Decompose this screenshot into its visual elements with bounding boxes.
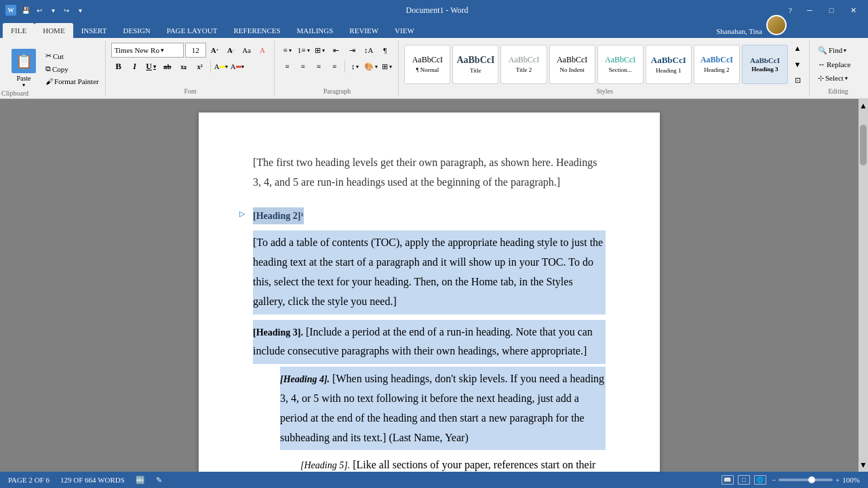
shading-button[interactable]: 🎨▾ (363, 59, 378, 74)
scroll-up-button[interactable]: ▲ (860, 100, 867, 111)
increase-font-button[interactable]: A+ (208, 43, 222, 58)
decrease-font-button[interactable]: A- (223, 43, 237, 58)
read-mode-button[interactable]: 📖 (722, 475, 734, 485)
language-indicator[interactable]: 🔤 (136, 476, 145, 485)
align-right-button[interactable]: ≡ (311, 59, 326, 74)
font-name-dropdown[interactable]: ▾ (161, 47, 164, 54)
print-layout-button[interactable]: □ (738, 475, 750, 485)
document-page-area[interactable]: [The first two heading levels get their … (0, 99, 859, 472)
undo-button[interactable]: ↩ (34, 5, 45, 16)
select-button[interactable]: ⊹ Select ▾ (815, 73, 861, 84)
font-name-input[interactable]: Times New Ro ▾ (111, 43, 184, 58)
replace-button[interactable]: ↔ Replace (815, 59, 861, 70)
separator2 (344, 60, 345, 73)
heading3-label[interactable]: [Heading 3]. (253, 327, 303, 338)
line-spacing-button[interactable]: ↕▾ (348, 59, 362, 74)
superscript-button[interactable]: x² (193, 59, 208, 74)
style-normal[interactable]: AaBbCcI ¶ Normal (404, 45, 450, 84)
tab-design[interactable]: DESIGN (115, 23, 158, 38)
heading2-text[interactable]: [Heading 2]¹ (253, 207, 304, 224)
zoom-level: 100% (842, 476, 860, 484)
cut-button[interactable]: ✂ Cut (43, 51, 101, 61)
font-size-input[interactable]: 12 (185, 43, 206, 58)
style-section[interactable]: AaBbCcI Section... (597, 45, 644, 84)
tab-home[interactable]: HOME (35, 23, 73, 38)
borders-button[interactable]: ⊞▾ (380, 59, 394, 74)
sort-button[interactable]: ↕A (361, 43, 376, 58)
zoom-control[interactable]: − + 100% (772, 476, 860, 484)
copy-button[interactable]: ⧉ Copy (43, 64, 101, 74)
vertical-scrollbar[interactable]: ▲ ▼ (859, 99, 868, 472)
multilevel-button[interactable]: ⊞▾ (313, 43, 328, 58)
editing-group-label: Editing (815, 86, 861, 95)
redo-button[interactable]: ↪ (61, 5, 72, 16)
underline-button[interactable]: U▾ (144, 59, 159, 74)
style-title-preview: AaBbCcI (456, 55, 494, 66)
font-color-dropdown[interactable]: ▾ (241, 64, 244, 70)
strikethrough-button[interactable]: ab (160, 59, 175, 74)
tab-page-layout[interactable]: PAGE LAYOUT (159, 23, 226, 38)
bullets-button[interactable]: ≡▾ (280, 43, 295, 58)
bold-button[interactable]: B (111, 59, 126, 74)
zoom-slider[interactable] (778, 479, 833, 481)
collapse-arrow[interactable]: ▷ (239, 207, 245, 221)
styles-scroll-up[interactable]: ▲ (790, 42, 805, 56)
avatar[interactable] (766, 15, 787, 35)
numbering-button[interactable]: 1≡▾ (296, 43, 311, 58)
heading5-label[interactable]: [Heading 5]. (300, 460, 350, 470)
tab-insert[interactable]: INSERT (73, 23, 115, 38)
clear-formatting-button[interactable]: A (255, 43, 269, 58)
highlight-color-bar (220, 66, 225, 68)
find-dropdown[interactable]: ▾ (844, 47, 846, 54)
style-title[interactable]: AaBbCcI Title (452, 45, 498, 84)
zoom-thumb[interactable] (808, 476, 815, 483)
style-title2[interactable]: AaBbCcI Title 2 (500, 45, 547, 84)
style-heading1[interactable]: AaBbCcI Heading 1 (646, 45, 692, 84)
style-section-label: Section... (609, 66, 632, 73)
tab-references[interactable]: REFERENCES (225, 23, 288, 38)
align-center-button[interactable]: ≡ (296, 59, 310, 74)
styles-expand[interactable]: ⊡ (790, 73, 805, 87)
paste-dropdown[interactable]: ▾ (22, 82, 25, 88)
zoom-out-button[interactable]: − (772, 476, 776, 484)
heading4-container: [Heading 4]. [When using headings, don't… (280, 367, 606, 450)
paste-button[interactable]: 📋 Paste ▾ (7, 46, 41, 91)
tab-review[interactable]: REVIEW (341, 23, 387, 38)
undo-dropdown[interactable]: ▾ (47, 5, 58, 16)
align-left-button[interactable]: ≡ (280, 59, 294, 74)
styles-scroll-down[interactable]: ▼ (790, 57, 805, 72)
heading3-container: [Heading 3]. [Include a period at the en… (253, 320, 606, 365)
track-changes-indicator[interactable]: ✎ (156, 476, 162, 485)
help-button[interactable]: ? (789, 6, 792, 14)
highlight-dropdown[interactable]: ▾ (225, 64, 228, 70)
show-formatting-button[interactable]: ¶ (378, 43, 393, 58)
scroll-thumb[interactable] (860, 125, 867, 165)
tab-mailings[interactable]: MAILINGS (289, 23, 342, 38)
document-page[interactable]: [The first two heading levels get their … (199, 113, 660, 472)
subscript-button[interactable]: x₂ (176, 59, 191, 74)
tab-file[interactable]: FILE (3, 23, 35, 38)
style-no-indent[interactable]: AaBbCcI No Indent (549, 45, 595, 84)
paste-label: Paste (16, 75, 31, 82)
heading4-label[interactable]: [Heading 4]. (280, 374, 330, 384)
style-heading2[interactable]: AaBbCcI Heading 2 (694, 45, 740, 84)
quick-access-toolbar: 💾 ↩ ▾ ↪ ▾ (20, 5, 85, 16)
web-layout-button[interactable]: 🌐 (754, 475, 766, 485)
save-quickaccess-button[interactable]: 💾 (20, 5, 31, 16)
italic-button[interactable]: I (127, 59, 142, 74)
font-color-button[interactable]: A ▾ (230, 59, 245, 74)
text-highlight-button[interactable]: A ▾ (214, 59, 229, 74)
quickaccess-more[interactable]: ▾ (75, 5, 85, 16)
zoom-in-button[interactable]: + (835, 476, 840, 484)
change-case-button[interactable]: Aa (239, 43, 254, 58)
style-heading3[interactable]: AaBbCcI Heading 3 (742, 45, 788, 84)
justify-button[interactable]: ≡ (327, 59, 341, 74)
scroll-down-button[interactable]: ▼ (860, 460, 867, 470)
increase-indent-button[interactable]: ⇥ (345, 43, 360, 58)
font-row2: B I U▾ ab x₂ x² A ▾ A ▾ (111, 59, 270, 74)
select-dropdown[interactable]: ▾ (845, 75, 848, 81)
format-painter-button[interactable]: 🖌 Format Painter (43, 77, 101, 86)
tab-view[interactable]: VIEW (387, 23, 422, 38)
decrease-indent-button[interactable]: ⇤ (329, 43, 344, 58)
find-button[interactable]: 🔍 Find ▾ (815, 45, 861, 56)
